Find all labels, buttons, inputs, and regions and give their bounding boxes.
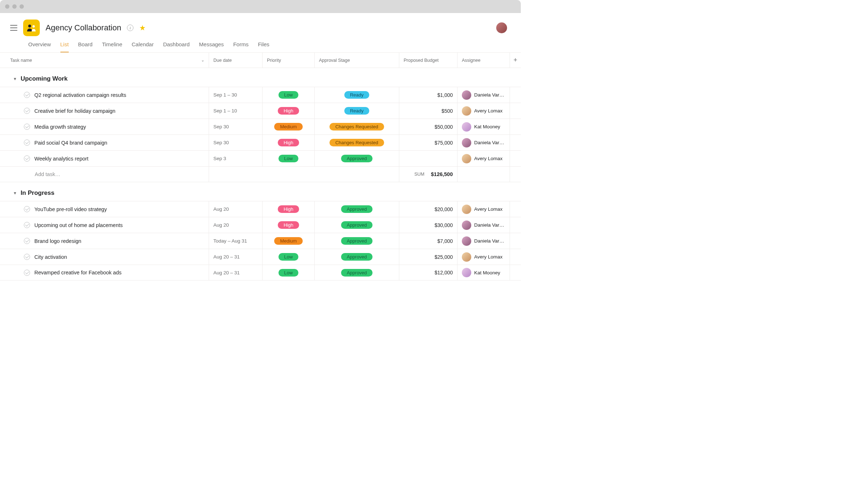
tab-board[interactable]: Board [78, 41, 93, 52]
add-column-button[interactable]: + [510, 53, 521, 68]
assignee-cell[interactable]: Avery Lomax [458, 151, 510, 166]
complete-check-icon[interactable] [24, 206, 30, 212]
task-row[interactable]: City activationAug 20 – 31LowApproved$25… [0, 249, 521, 265]
assignee-cell[interactable]: Daniela Var… [458, 233, 510, 249]
budget-cell[interactable]: $20,000 [399, 201, 458, 217]
task-name-cell[interactable]: Brand logo redesign [0, 233, 209, 249]
column-task-name[interactable]: Task name ⌄ [0, 53, 209, 68]
task-row[interactable]: YouTube pre-roll video strategyAug 20Hig… [0, 201, 521, 217]
window-close-dot[interactable] [5, 4, 9, 9]
complete-check-icon[interactable] [24, 108, 30, 114]
approval-cell[interactable]: Ready [315, 103, 399, 119]
column-budget[interactable]: Proposed Budget [399, 53, 458, 68]
budget-cell[interactable]: $75,000 [399, 135, 458, 150]
tab-list[interactable]: List [60, 41, 69, 52]
complete-check-icon[interactable] [24, 270, 30, 276]
column-due-date[interactable]: Due date [209, 53, 263, 68]
budget-cell[interactable]: $1,000 [399, 87, 458, 103]
task-name-cell[interactable]: Revamped creative for Facebook ads [0, 265, 209, 280]
task-name-cell[interactable]: Media growth strategy [0, 119, 209, 134]
column-assignee[interactable]: Assignee [458, 53, 510, 68]
budget-cell[interactable]: $500 [399, 103, 458, 119]
approval-cell[interactable]: Approved [315, 201, 399, 217]
due-date-cell[interactable]: Sep 30 [209, 119, 263, 134]
current-user-avatar[interactable] [496, 22, 507, 33]
task-row[interactable]: Creative brief for holiday campaignSep 1… [0, 103, 521, 119]
complete-check-icon[interactable] [24, 222, 30, 228]
info-icon[interactable]: i [127, 25, 133, 31]
hamburger-menu-icon[interactable] [10, 25, 17, 31]
budget-cell[interactable]: $25,000 [399, 249, 458, 265]
complete-check-icon[interactable] [24, 238, 30, 244]
task-name-cell[interactable]: Upcoming out of home ad placements [0, 217, 209, 233]
priority-cell[interactable]: High [263, 201, 315, 217]
tab-forms[interactable]: Forms [233, 41, 249, 52]
chevron-down-icon[interactable]: ⌄ [201, 58, 204, 63]
priority-cell[interactable]: Low [263, 87, 315, 103]
due-date-cell[interactable]: Sep 1 – 30 [209, 87, 263, 103]
due-date-cell[interactable]: Aug 20 – 31 [209, 265, 263, 280]
task-name-cell[interactable]: Creative brief for holiday campaign [0, 103, 209, 119]
approval-cell[interactable]: Approved [315, 265, 399, 280]
assignee-cell[interactable]: Daniela Var… [458, 87, 510, 103]
section-caret-icon[interactable]: ▼ [13, 77, 17, 81]
window-minimize-dot[interactable] [12, 4, 17, 9]
section-header[interactable]: ▼Upcoming Work [0, 68, 521, 87]
priority-cell[interactable]: Low [263, 265, 315, 280]
complete-check-icon[interactable] [24, 155, 30, 162]
due-date-cell[interactable]: Sep 30 [209, 135, 263, 150]
section-caret-icon[interactable]: ▼ [13, 191, 17, 195]
priority-cell[interactable]: Medium [263, 233, 315, 249]
due-date-cell[interactable]: Sep 3 [209, 151, 263, 166]
complete-check-icon[interactable] [24, 92, 30, 98]
due-date-cell[interactable]: Today – Aug 31 [209, 233, 263, 249]
approval-cell[interactable]: Changes Requested [315, 119, 399, 134]
add-task-button[interactable]: Add task… [0, 167, 209, 182]
assignee-cell[interactable]: Avery Lomax [458, 103, 510, 119]
tab-dashboard[interactable]: Dashboard [163, 41, 190, 52]
section-header[interactable]: ▼In Progress [0, 182, 521, 201]
budget-cell[interactable]: $12,000 [399, 265, 458, 280]
complete-check-icon[interactable] [24, 124, 30, 130]
task-name-cell[interactable]: Weekly analytics report [0, 151, 209, 166]
due-date-cell[interactable]: Sep 1 – 10 [209, 103, 263, 119]
priority-cell[interactable]: High [263, 217, 315, 233]
due-date-cell[interactable]: Aug 20 [209, 201, 263, 217]
tab-messages[interactable]: Messages [199, 41, 224, 52]
due-date-cell[interactable]: Aug 20 – 31 [209, 249, 263, 265]
column-priority[interactable]: Priority [263, 53, 315, 68]
budget-cell[interactable]: $30,000 [399, 217, 458, 233]
approval-cell[interactable]: Approved [315, 151, 399, 166]
complete-check-icon[interactable] [24, 140, 30, 146]
assignee-cell[interactable]: Avery Lomax [458, 201, 510, 217]
task-row[interactable]: Paid social Q4 brand campaignSep 30HighC… [0, 134, 521, 150]
assignee-cell[interactable]: Daniela Var… [458, 217, 510, 233]
task-row[interactable]: Brand logo redesignToday – Aug 31MediumA… [0, 233, 521, 249]
priority-cell[interactable]: High [263, 135, 315, 150]
budget-cell[interactable]: $7,000 [399, 233, 458, 249]
task-row[interactable]: Q2 regional activation campaign resultsS… [0, 87, 521, 103]
priority-cell[interactable]: Medium [263, 119, 315, 134]
column-approval[interactable]: Approval Stage [315, 53, 399, 68]
complete-check-icon[interactable] [24, 254, 30, 260]
due-date-cell[interactable]: Aug 20 [209, 217, 263, 233]
assignee-cell[interactable]: Daniela Var… [458, 135, 510, 150]
priority-cell[interactable]: Low [263, 249, 315, 265]
assignee-cell[interactable]: Avery Lomax [458, 249, 510, 265]
budget-cell[interactable]: $50,000 [399, 119, 458, 134]
tab-calendar[interactable]: Calendar [132, 41, 154, 52]
tab-timeline[interactable]: Timeline [102, 41, 122, 52]
priority-cell[interactable]: Low [263, 151, 315, 166]
budget-cell[interactable] [399, 151, 458, 166]
task-name-cell[interactable]: Q2 regional activation campaign results [0, 87, 209, 103]
window-zoom-dot[interactable] [20, 4, 24, 9]
assignee-cell[interactable]: Kat Mooney [458, 265, 510, 280]
task-name-cell[interactable]: City activation [0, 249, 209, 265]
task-row[interactable]: Upcoming out of home ad placementsAug 20… [0, 217, 521, 233]
star-icon[interactable]: ★ [139, 23, 146, 32]
approval-cell[interactable]: Ready [315, 87, 399, 103]
approval-cell[interactable]: Approved [315, 233, 399, 249]
tab-overview[interactable]: Overview [28, 41, 51, 52]
approval-cell[interactable]: Approved [315, 249, 399, 265]
approval-cell[interactable]: Changes Requested [315, 135, 399, 150]
